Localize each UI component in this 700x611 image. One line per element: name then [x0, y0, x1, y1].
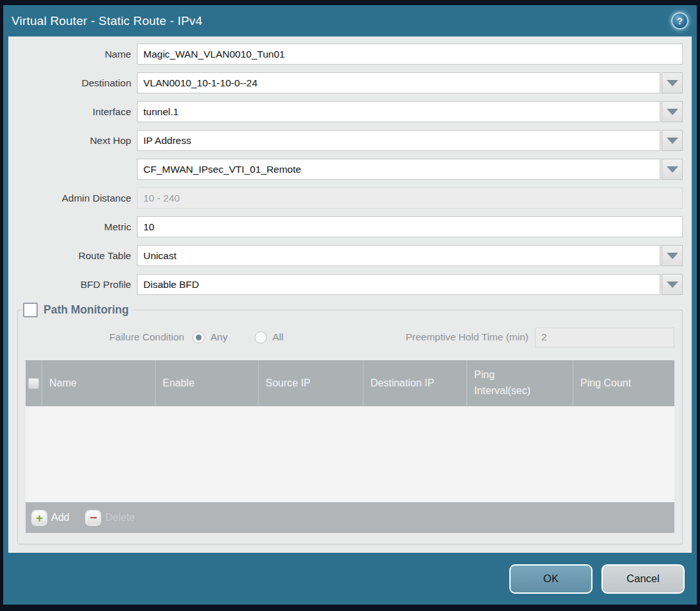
ok-button[interactable]: OK: [509, 564, 593, 594]
destination-input[interactable]: [137, 72, 660, 93]
column-header-source-ip[interactable]: Source IP: [259, 360, 363, 406]
form-row-next-hop-address: [17, 159, 683, 180]
column-header-enable[interactable]: Enable: [155, 360, 259, 406]
name-input[interactable]: [137, 44, 683, 65]
route-table-label: Route Table: [17, 245, 131, 266]
delete-button[interactable]: − Delete: [86, 511, 134, 525]
title-bar: Virtual Router - Static Route - IPv4 ?: [3, 5, 697, 36]
minus-icon: −: [86, 511, 100, 525]
form-row-route-table: Route Table: [17, 245, 683, 266]
destination-label: Destination: [17, 72, 131, 93]
table-header-row: Name Enable Source IP Destination IP Pin…: [26, 360, 674, 406]
failure-condition-all-label: All: [273, 331, 283, 343]
dialog-content: Name Destination Interface Next Hop: [8, 36, 692, 553]
route-table-input[interactable]: [137, 245, 660, 266]
static-route-dialog: Virtual Router - Static Route - IPv4 ? N…: [3, 5, 697, 605]
next-hop-type-dropdown-button[interactable]: [662, 130, 683, 151]
name-label: Name: [17, 44, 131, 65]
bfd-profile-input[interactable]: [137, 274, 660, 295]
metric-input[interactable]: [137, 216, 683, 237]
add-button-label: Add: [51, 512, 69, 523]
path-monitoring-section: Path Monitoring Failure Condition Any Al…: [17, 303, 683, 544]
path-monitoring-table: Name Enable Source IP Destination IP Pin…: [26, 360, 674, 533]
select-all-header-cell: [26, 360, 42, 406]
dialog-title: Virtual Router - Static Route - IPv4: [12, 14, 202, 28]
next-hop-type-input[interactable]: [137, 130, 660, 151]
path-monitoring-checkbox[interactable]: [23, 303, 38, 317]
next-hop-label: Next Hop: [17, 130, 131, 151]
form-row-name: Name: [17, 44, 683, 65]
select-all-checkbox[interactable]: [28, 378, 39, 389]
form-row-admin-distance: Admin Distance: [17, 187, 683, 209]
failure-condition-any-label: Any: [211, 331, 228, 343]
table-toolbar: + Add − Delete: [26, 502, 674, 533]
interface-label: Interface: [17, 101, 131, 122]
dialog-footer: OK Cancel: [3, 553, 697, 605]
preemptive-hold-time-group: Preemptive Hold Time (min): [406, 328, 674, 347]
column-header-ping-count[interactable]: Ping Count: [573, 360, 674, 406]
delete-button-label: Delete: [105, 512, 134, 523]
bfd-profile-dropdown-button[interactable]: [662, 274, 683, 295]
preemptive-hold-time-label: Preemptive Hold Time (min): [406, 331, 529, 343]
path-monitoring-legend: Path Monitoring: [22, 303, 134, 317]
cancel-button[interactable]: Cancel: [601, 564, 685, 594]
help-icon[interactable]: ?: [671, 12, 688, 29]
metric-label: Metric: [17, 216, 131, 237]
failure-condition-any-radio[interactable]: [193, 331, 205, 344]
form-row-bfd-profile: BFD Profile: [17, 274, 683, 295]
column-header-destination-ip[interactable]: Destination IP: [363, 360, 467, 406]
bfd-profile-label: BFD Profile: [17, 274, 131, 295]
next-hop-address-dropdown-button[interactable]: [662, 159, 683, 180]
column-header-ping-interval[interactable]: Ping Interval(sec): [467, 360, 573, 406]
column-header-name[interactable]: Name: [42, 360, 155, 406]
next-hop-address-label: [17, 159, 131, 180]
preemptive-hold-time-input[interactable]: [535, 328, 674, 347]
form-row-interface: Interface: [17, 101, 683, 122]
failure-condition-label: Failure Condition: [26, 331, 184, 343]
plus-icon: +: [33, 511, 46, 525]
route-table-dropdown-button[interactable]: [662, 245, 683, 266]
failure-condition-all-radio[interactable]: [255, 331, 267, 344]
interface-input[interactable]: [137, 101, 660, 122]
admin-distance-label: Admin Distance: [17, 187, 131, 209]
admin-distance-input[interactable]: [137, 187, 683, 209]
form-row-next-hop: Next Hop: [17, 130, 683, 151]
add-button[interactable]: + Add: [33, 511, 69, 525]
next-hop-address-input[interactable]: [137, 159, 660, 180]
failure-condition-row: Failure Condition Any All Preemptive Hol…: [26, 326, 674, 348]
destination-dropdown-button[interactable]: [662, 72, 683, 93]
form-row-metric: Metric: [17, 216, 683, 237]
table-body-empty: [26, 406, 674, 502]
interface-dropdown-button[interactable]: [662, 101, 683, 122]
path-monitoring-title: Path Monitoring: [44, 303, 129, 317]
form-row-destination: Destination: [17, 72, 683, 93]
